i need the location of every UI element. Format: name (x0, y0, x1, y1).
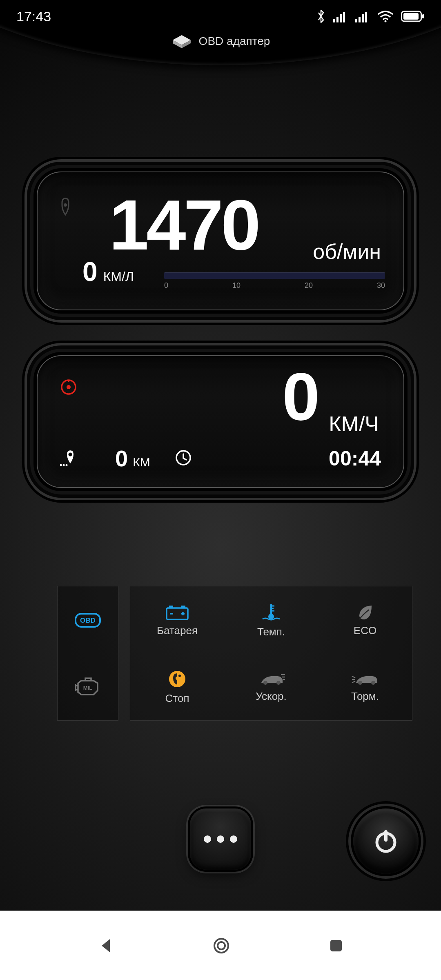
scale-3: 30 (377, 281, 385, 290)
nav-home-icon[interactable] (212, 936, 231, 956)
distance: 0 КМ (115, 445, 150, 472)
svg-rect-34 (384, 830, 388, 842)
temp-icon (260, 602, 282, 622)
nav-recent-icon[interactable] (328, 938, 344, 954)
svg-text:MIL: MIL (83, 685, 92, 691)
svg-point-36 (218, 942, 225, 949)
svg-point-15 (69, 452, 72, 456)
trip-time: 00:44 (329, 447, 381, 470)
svg-point-14 (67, 385, 71, 389)
dot-icon (217, 835, 224, 843)
speed-unit: КМ/Ч (329, 412, 379, 436)
header-label: OBD адаптер (199, 35, 270, 48)
stop-icon (167, 669, 187, 689)
svg-rect-4 (355, 19, 357, 22)
rpm-value: 1470 (109, 184, 258, 266)
nav-back-icon[interactable] (97, 937, 115, 955)
svg-point-26 (268, 614, 274, 619)
eco-label: ECO (354, 624, 376, 637)
lock-icon (58, 197, 73, 217)
svg-rect-0 (333, 19, 335, 22)
scale-2: 20 (305, 281, 313, 290)
accel-button[interactable]: Ускор. (224, 653, 318, 720)
fuel-unit: КМ/Л (103, 269, 134, 284)
status-icons (316, 9, 425, 24)
battery-button[interactable]: Батарея (130, 586, 224, 653)
battery-diag-icon (164, 603, 190, 621)
eco-button[interactable]: ECO (318, 586, 412, 653)
fuel-row: 0 КМ/Л (82, 256, 134, 287)
trip-row: 0 КМ 00:44 (60, 445, 381, 472)
obd-icon: OBD (73, 610, 102, 630)
scale-1: 10 (232, 281, 241, 290)
accel-label: Ускор. (256, 690, 287, 703)
svg-point-18 (66, 464, 68, 466)
svg-text:OBD: OBD (80, 617, 96, 624)
more-button[interactable] (190, 808, 251, 870)
header[interactable]: OBD адаптер (0, 33, 441, 49)
fuel-bar (164, 272, 385, 279)
svg-rect-37 (330, 940, 342, 951)
distance-value: 0 (115, 445, 128, 472)
distance-unit: КМ (133, 455, 150, 469)
dot-icon (230, 835, 237, 843)
svg-rect-6 (362, 14, 364, 22)
temp-label: Темп. (257, 626, 285, 638)
status-time: 17:43 (16, 9, 51, 24)
svg-point-29 (263, 681, 267, 685)
temp-button[interactable]: Темп. (224, 586, 318, 653)
diag-grid: OBD MIL Батарея Темп. ECO Стоп (57, 586, 412, 721)
svg-rect-10 (422, 14, 424, 18)
svg-rect-5 (359, 17, 361, 22)
svg-point-31 (358, 681, 362, 685)
svg-rect-24 (169, 606, 173, 608)
power-icon (372, 827, 400, 855)
svg-rect-11 (403, 13, 419, 20)
signal-icon (333, 10, 348, 22)
stop-label: Стоп (165, 692, 189, 705)
speed-card[interactable]: 0 КМ/Ч 0 КМ 00:44 (37, 355, 404, 488)
svg-point-30 (276, 681, 281, 685)
eco-icon (355, 603, 375, 621)
svg-point-16 (60, 464, 62, 466)
android-navbar (0, 911, 441, 980)
rpm-card[interactable]: 1470 об/мин 0 КМ/Л 0 10 20 30 (37, 172, 404, 310)
gps-icon (60, 449, 76, 468)
clock-icon (175, 449, 192, 468)
svg-point-8 (385, 20, 387, 22)
mil-icon: MIL (72, 676, 103, 698)
svg-rect-1 (336, 17, 339, 22)
fuel-scale: 0 10 20 30 (164, 281, 385, 290)
record-icon (60, 379, 77, 397)
battery-icon (401, 10, 425, 22)
svg-point-32 (371, 681, 375, 685)
dot-icon (204, 835, 211, 843)
status-bar: 17:43 (0, 0, 441, 33)
svg-rect-7 (365, 12, 367, 22)
rpm-unit: об/мин (313, 239, 381, 264)
svg-point-17 (63, 464, 65, 466)
obd-button[interactable]: OBD (58, 586, 118, 653)
scale-0: 0 (164, 281, 168, 290)
brake-label: Торм. (351, 690, 379, 703)
obd-adapter-icon (171, 33, 192, 49)
mil-button[interactable]: MIL (58, 653, 118, 720)
accel-icon (256, 671, 286, 687)
fuel-value: 0 (82, 256, 98, 287)
wifi-icon (377, 10, 394, 22)
brake-button[interactable]: Торм. (318, 653, 412, 720)
svg-rect-3 (343, 12, 345, 22)
bluetooth-icon (316, 9, 326, 24)
svg-point-12 (64, 203, 67, 207)
signal2-icon (355, 10, 370, 22)
speed-value: 0 (282, 358, 320, 435)
power-button[interactable] (353, 808, 419, 874)
svg-rect-2 (340, 14, 342, 22)
app-surface: OBD адаптер 1470 об/мин 0 КМ/Л 0 10 20 3… (0, 0, 441, 911)
svg-point-28 (178, 675, 181, 677)
svg-rect-25 (181, 606, 185, 608)
svg-point-35 (214, 939, 228, 953)
stop-button[interactable]: Стоп (130, 653, 224, 720)
brake-icon (350, 671, 380, 687)
battery-label: Батарея (157, 624, 198, 637)
